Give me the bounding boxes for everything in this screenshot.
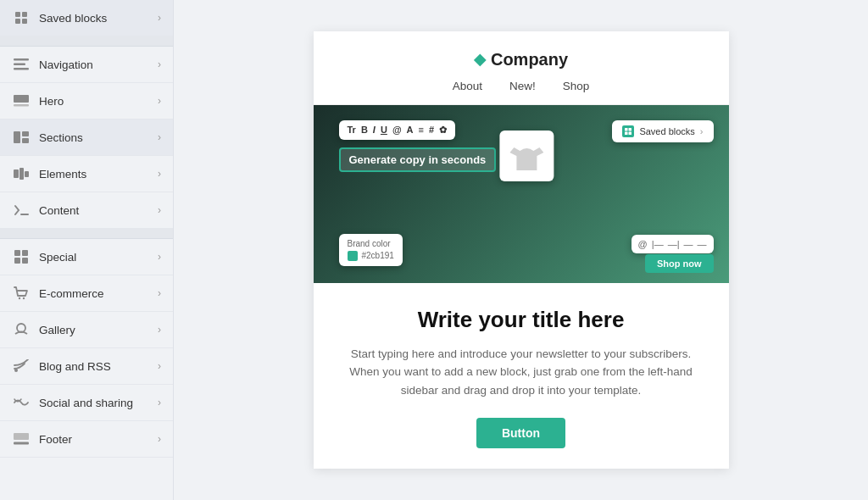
nav-about[interactable]: About [453, 80, 482, 92]
saved-blocks-card-label: Saved blocks [639, 126, 694, 136]
svg-rect-4 [14, 58, 29, 61]
sidebar-item-saved-blocks-label: Saved blocks [39, 12, 158, 25]
svg-rect-18 [14, 258, 20, 264]
toolbar-a: A [407, 125, 414, 135]
content-icon [12, 201, 31, 219]
sidebar: Saved blocks › Navigation › Hero › [0, 0, 174, 500]
sidebar-item-saved-blocks[interactable]: Saved blocks › [0, 0, 173, 36]
sidebar-item-blog-rss[interactable]: Blog and RSS › [0, 348, 173, 385]
svg-point-22 [17, 324, 25, 332]
hero-color-card: Brand color #2cb191 [339, 234, 403, 266]
sidebar-item-hero[interactable]: Hero › [0, 83, 173, 119]
sidebar-item-gallery-label: Gallery [39, 324, 158, 336]
toolbar-b: B [361, 125, 368, 135]
svg-rect-9 [14, 131, 20, 143]
svg-rect-28 [625, 131, 628, 135]
svg-rect-8 [14, 104, 29, 107]
chevron-icon: › [158, 168, 161, 180]
hero-actions-panel: @ |— —| — — [632, 235, 714, 253]
email-hero: Tr B I U @ A ≡ # ✿ Generate copy in seco… [314, 105, 729, 283]
main-content: ◆ Company About New! Shop Tr B I U @ A ≡… [174, 0, 868, 500]
special-icon [12, 247, 31, 266]
chevron-icon: › [158, 324, 161, 336]
saved-blocks-icon [12, 8, 31, 27]
hero-icon [12, 92, 31, 110]
toolbar-u: U [381, 125, 387, 135]
chevron-icon: › [158, 433, 161, 445]
blog-icon [12, 357, 31, 375]
svg-rect-1 [22, 12, 27, 17]
sidebar-divider-2 [0, 229, 173, 239]
chevron-icon: › [158, 251, 161, 263]
svg-rect-19 [22, 258, 28, 264]
svg-rect-7 [14, 95, 29, 103]
sidebar-item-elements-label: Elements [39, 168, 158, 181]
sidebar-item-ecommerce-label: E-commerce [39, 287, 158, 300]
color-hex: #2cb191 [362, 251, 394, 260]
email-nav: About New! Shop [331, 80, 712, 92]
sidebar-item-content-label: Content [39, 204, 158, 217]
sidebar-item-content[interactable]: Content › [0, 192, 173, 229]
svg-rect-15 [20, 214, 29, 215]
hero-typing-text: Generate copy in seconds [339, 147, 497, 172]
sidebar-item-footer[interactable]: Footer › [0, 421, 173, 458]
chevron-icon: › [158, 131, 161, 143]
saved-blocks-card-icon [622, 125, 634, 137]
toolbar-settings: ✿ [439, 125, 447, 136]
email-header: ◆ Company About New! Shop [314, 31, 729, 105]
tshirt-icon [509, 141, 543, 171]
email-description: Start typing here and introduce your new… [341, 345, 702, 400]
action-dash2: —| [668, 239, 680, 249]
hero-tshirt-card [499, 131, 554, 181]
action-minus1: — [684, 239, 693, 249]
sections-icon [12, 128, 31, 147]
footer-icon [12, 430, 31, 448]
svg-rect-0 [15, 12, 20, 17]
action-link: @ [638, 239, 648, 249]
sidebar-item-ecommerce[interactable]: E-commerce › [0, 275, 173, 312]
chevron-icon: › [158, 58, 161, 70]
svg-rect-6 [14, 68, 29, 70]
email-cta-button[interactable]: Button [476, 418, 565, 448]
sidebar-item-sections-label: Sections [39, 131, 158, 144]
sidebar-item-navigation-label: Navigation [39, 58, 158, 71]
sidebar-item-elements[interactable]: Elements › [0, 156, 173, 192]
email-preview: ◆ Company About New! Shop Tr B I U @ A ≡… [314, 31, 729, 469]
sidebar-item-special-label: Special [39, 251, 158, 264]
nav-shop[interactable]: Shop [563, 80, 590, 92]
sidebar-item-social-sharing-label: Social and sharing [39, 397, 158, 409]
email-brand: ◆ Company [331, 50, 712, 69]
toolbar-align: ≡ [419, 125, 424, 135]
hero-saved-blocks-card: Saved blocks › [612, 120, 713, 142]
sidebar-item-navigation[interactable]: Navigation › [0, 47, 173, 83]
nav-new[interactable]: New! [509, 80, 536, 92]
hero-shop-button[interactable]: Shop now [645, 254, 714, 273]
elements-icon [12, 164, 31, 183]
svg-rect-25 [14, 442, 29, 445]
svg-rect-16 [14, 250, 20, 256]
svg-rect-24 [14, 433, 29, 440]
chevron-icon: › [158, 360, 161, 372]
svg-rect-10 [22, 131, 29, 136]
toolbar-hash: # [429, 125, 434, 135]
sidebar-item-gallery[interactable]: Gallery › [0, 312, 173, 348]
chevron-icon: › [158, 397, 161, 408]
email-body: Write your title here Start typing here … [314, 283, 729, 469]
action-minus2: — [698, 239, 707, 249]
hero-actions-row: @ |— —| — — [638, 239, 707, 249]
svg-rect-27 [629, 128, 632, 131]
hero-toolbar: Tr B I U @ A ≡ # ✿ [339, 120, 456, 140]
brand-icon: ◆ [474, 50, 486, 69]
sidebar-item-sections[interactable]: Sections › [0, 119, 173, 156]
svg-rect-2 [15, 19, 20, 24]
hero-color-label: Brand color [348, 239, 391, 248]
sidebar-item-social-sharing[interactable]: Social and sharing › [0, 385, 173, 421]
svg-rect-3 [22, 19, 27, 24]
chevron-icon: › [158, 204, 161, 216]
navigation-icon [12, 55, 31, 74]
toolbar-i: I [373, 125, 376, 135]
svg-rect-13 [19, 168, 24, 180]
sidebar-divider-1 [0, 36, 173, 47]
svg-rect-5 [14, 64, 25, 66]
sidebar-item-special[interactable]: Special › [0, 239, 173, 275]
